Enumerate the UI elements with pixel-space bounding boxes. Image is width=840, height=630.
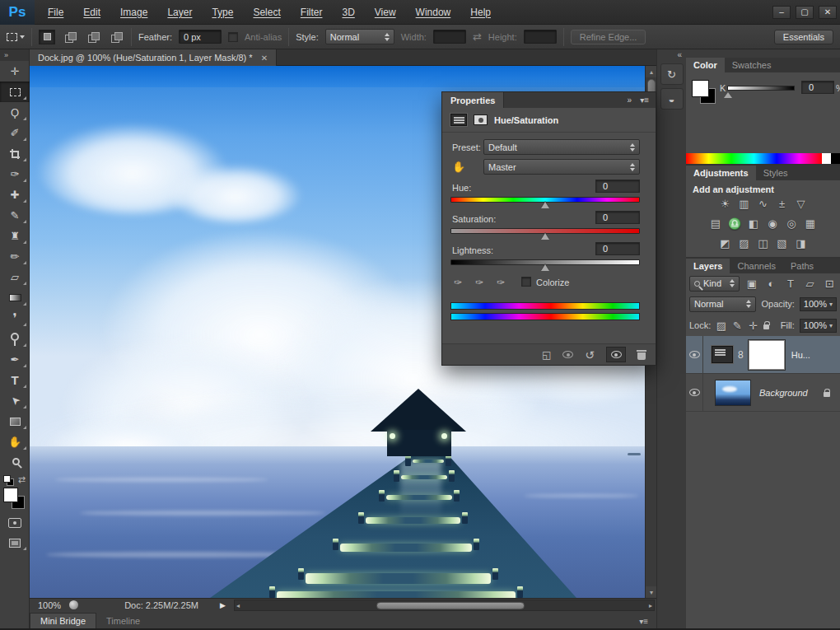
screen-mode-button[interactable] (0, 533, 30, 553)
menu-filter[interactable]: Filter (301, 7, 323, 18)
pen-tool[interactable]: ✒ (0, 349, 30, 370)
layer-row-background[interactable]: Background (686, 374, 840, 412)
adjustment-color-lookup-icon[interactable]: ▦ (802, 217, 819, 231)
background-layer-thumbnail[interactable] (715, 380, 751, 406)
lock-transparency-icon[interactable]: ▨ (716, 319, 726, 333)
menu-file[interactable]: File (48, 7, 63, 18)
layer-row-hue-saturation[interactable]: 8 Hu... (686, 336, 840, 374)
toolbar-collapse-button[interactable]: » (0, 49, 29, 61)
type-tool[interactable]: T (0, 370, 30, 390)
brush-tool[interactable]: ✎ (0, 205, 30, 226)
maximize-button[interactable]: ▢ (796, 6, 814, 19)
adjustment-photo-filter-icon[interactable]: ◉ (764, 217, 781, 231)
quick-mask-button[interactable] (0, 513, 30, 533)
eyedropper-add-icon[interactable]: ✑ (475, 277, 483, 288)
blur-tool[interactable]: ❜ (0, 308, 30, 329)
k-slider-thumb[interactable] (724, 92, 732, 98)
foreground-color-swatch[interactable] (693, 81, 708, 96)
adjustment-brightness-contrast-icon[interactable]: ☀ (717, 197, 734, 211)
filter-shape-layers-icon[interactable]: ▱ (803, 277, 818, 291)
adjustment-curves-icon[interactable]: ∿ (755, 197, 772, 211)
rectangular-marquee-tool[interactable] (0, 82, 30, 102)
menu-image[interactable]: Image (120, 7, 147, 18)
adjustment-threshold-icon[interactable]: ◫ (755, 236, 772, 250)
adjustment-hue-saturation-icon[interactable]: ▤ (707, 217, 724, 231)
tab-mini-bridge[interactable]: Mini Bridge (30, 613, 96, 628)
white-swatch[interactable] (822, 153, 831, 164)
adjustment-vibrance-icon[interactable]: ▽ (793, 197, 810, 211)
filter-adjustment-layers-icon[interactable]: ◐ (764, 277, 779, 291)
quick-selection-tool[interactable]: ✐ (0, 123, 30, 143)
scroll-right-arrow[interactable]: ▸ (649, 602, 652, 609)
hue-saturation-layer-thumbnail[interactable] (712, 346, 733, 363)
tab-styles[interactable]: Styles (756, 166, 796, 180)
swap-colors-icon[interactable]: ⇄ (18, 474, 26, 485)
lock-all-icon[interactable] (763, 324, 769, 329)
scroll-down-arrow[interactable]: ▾ (646, 586, 657, 598)
gradient-tool[interactable] (0, 287, 30, 308)
collapsed-properties-panel-button[interactable]: ◒ (660, 88, 684, 110)
k-channel-slider[interactable] (727, 86, 795, 91)
channel-dropdown[interactable]: Master (483, 159, 640, 175)
toggle-visibility-button[interactable] (606, 347, 626, 362)
crop-tool[interactable] (0, 143, 30, 164)
eraser-tool[interactable]: ▱ (0, 267, 30, 287)
panel-menu-icon[interactable]: ▾≡ (640, 96, 649, 105)
properties-tab[interactable]: Properties (442, 92, 504, 108)
menu-view[interactable]: View (375, 7, 396, 18)
horizontal-scroll-thumb[interactable] (376, 602, 525, 609)
clip-to-layer-icon[interactable]: ◱ (542, 349, 551, 361)
k-value-input[interactable]: 0 (801, 81, 834, 94)
default-colors-icon[interactable] (3, 475, 15, 485)
saturation-value-input[interactable]: 0 (595, 211, 640, 224)
hue-slider-thumb[interactable] (541, 202, 549, 208)
spot-healing-brush-tool[interactable]: ✚ (0, 184, 30, 205)
lock-position-icon[interactable]: ✛ (748, 319, 758, 333)
rectangle-shape-tool[interactable] (0, 411, 30, 432)
adjustment-channel-mixer-icon[interactable]: ◎ (783, 217, 800, 231)
blend-mode-dropdown[interactable]: Normal (689, 296, 756, 312)
preset-dropdown[interactable]: Default (483, 139, 640, 155)
adjustment-invert-icon[interactable]: ◩ (717, 236, 734, 250)
filter-pixel-layers-icon[interactable]: ▣ (744, 277, 759, 291)
lasso-tool[interactable]: Ϙ (0, 102, 30, 123)
layer-visibility-toggle[interactable] (686, 374, 703, 412)
tab-layers[interactable]: Layers (686, 259, 730, 273)
adjustment-gradient-map-icon[interactable]: ▧ (774, 236, 791, 250)
hand-tool[interactable]: ✋ (0, 432, 30, 452)
refine-edge-button[interactable]: Refine Edge... (571, 30, 646, 44)
zoom-tool[interactable] (0, 452, 30, 473)
foreground-color-swatch[interactable] (4, 488, 17, 502)
feather-input[interactable]: 0 px (179, 30, 222, 44)
document-tab[interactable]: Dock.jpg @ 100% (Hue/Saturation 1, Layer… (30, 49, 277, 66)
minimize-button[interactable]: – (772, 6, 791, 19)
eyedropper-tool[interactable]: ✑ (0, 164, 30, 184)
spectrum-gradient[interactable] (686, 153, 822, 164)
intersect-selection-mode-button[interactable] (108, 30, 124, 44)
menu-select[interactable]: Select (253, 7, 280, 18)
status-options-arrow[interactable]: ▶ (198, 601, 226, 609)
height-input[interactable] (524, 30, 557, 44)
zoom-level-field[interactable]: 100% (30, 600, 69, 610)
tab-timeline[interactable]: Timeline (96, 614, 150, 628)
adjustment-posterize-icon[interactable]: ▨ (736, 236, 753, 250)
on-image-adjustment-tool-icon[interactable]: ✋ (452, 161, 465, 173)
filter-type-layers-icon[interactable]: T (783, 277, 798, 291)
scroll-left-arrow[interactable]: ◂ (236, 602, 240, 609)
layer-name[interactable]: Hu... (791, 350, 810, 360)
tab-color[interactable]: Color (686, 58, 725, 72)
opacity-value[interactable]: 100% ▾ (800, 297, 837, 311)
tool-preset-picker[interactable] (7, 33, 25, 41)
expand-panels-button[interactable]: « (657, 49, 686, 60)
menu-type[interactable]: Type (212, 7, 233, 18)
tab-swatches[interactable]: Swatches (725, 58, 779, 72)
view-previous-state-icon[interactable] (562, 351, 573, 358)
filter-kind-dropdown[interactable]: Kind (689, 276, 740, 292)
close-button[interactable]: ✕ (819, 6, 837, 19)
layer-name[interactable]: Background (759, 388, 808, 398)
collapse-panel-icon[interactable]: » (628, 96, 632, 105)
swap-dimensions-icon[interactable]: ⇄ (473, 30, 482, 43)
fill-value[interactable]: 100% ▾ (800, 319, 837, 333)
adjustment-selective-color-icon[interactable]: ◨ (793, 236, 810, 250)
lightness-value-input[interactable]: 0 (595, 242, 640, 255)
